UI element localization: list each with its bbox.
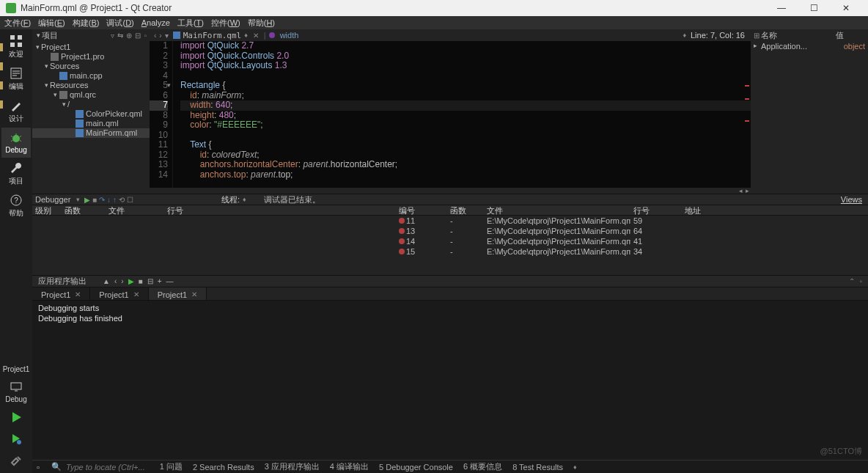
tree-sources[interactable]: ▾Sources bbox=[32, 62, 150, 71]
tree-mainform[interactable]: MainForm.qml bbox=[32, 128, 150, 138]
out-collapse-icon[interactable]: ⌃ bbox=[849, 277, 855, 285]
mode-debug[interactable]: Debug bbox=[1, 128, 31, 158]
tree-colorpicker[interactable]: ColorPicker.qml bbox=[32, 109, 150, 119]
build-button[interactable] bbox=[1, 451, 31, 473]
tree-maincpp[interactable]: main.cpp bbox=[32, 71, 150, 81]
mode-help[interactable]: ? 帮助 bbox=[1, 190, 31, 222]
history-icon[interactable]: ▾ bbox=[165, 32, 169, 40]
code-editor[interactable]: 1234 5678 9101112 1314 import QtQuick 2.… bbox=[150, 41, 751, 188]
step-out-icon[interactable]: ↑ bbox=[113, 196, 117, 204]
sb-appout[interactable]: 3 应用程序输出 bbox=[265, 461, 320, 472]
dropdown-icon[interactable]: ▾ bbox=[37, 32, 40, 39]
menu-help[interactable]: 帮助(H) bbox=[248, 18, 275, 29]
tree-qrc[interactable]: ▾qml.qrc bbox=[32, 90, 150, 100]
minimize-button[interactable]: — bbox=[765, 3, 798, 13]
filter-icon[interactable]: ▿ bbox=[111, 32, 114, 40]
symbol-crumb[interactable]: width bbox=[280, 31, 299, 40]
kit-project[interactable]: Project1 bbox=[1, 362, 31, 377]
tab-close-icon[interactable]: ✕ bbox=[75, 290, 81, 298]
tab-dropdown-icon[interactable]: ♦ bbox=[244, 32, 248, 39]
bp-row[interactable]: 15-E:\MyCode\qtproj\Project1\MainForm.qm… bbox=[396, 246, 868, 257]
tab-close-icon[interactable]: ✕ bbox=[191, 290, 197, 298]
out-remove-icon[interactable]: — bbox=[166, 277, 173, 285]
fold-icon[interactable]: ▾ bbox=[167, 81, 171, 91]
editor-content[interactable]: import QtQuick 2.7 import QtQuick.Contro… bbox=[173, 41, 751, 188]
close-button[interactable]: ✕ bbox=[830, 3, 862, 13]
sb-dbgconsole[interactable]: 5 Debugger Console bbox=[379, 463, 453, 472]
menu-debug[interactable]: 调试(D) bbox=[106, 18, 133, 29]
mode-welcome[interactable]: 欢迎 bbox=[1, 31, 31, 63]
locals-row[interactable]: ▸ Application... object bbox=[751, 41, 868, 51]
out-close-icon[interactable]: ▫ bbox=[859, 277, 862, 285]
sb-search[interactable]: 2 Search Results bbox=[193, 463, 254, 472]
out-run-icon[interactable]: ▶ bbox=[128, 277, 134, 285]
step-into-icon[interactable]: ↓ bbox=[107, 196, 111, 204]
output-pane[interactable]: Debugging starts Debugging has finished … bbox=[32, 301, 868, 460]
out-stop-icon[interactable]: ■ bbox=[139, 277, 143, 285]
split-icon[interactable]: ⊟ bbox=[135, 32, 141, 40]
tree-mainqml[interactable]: main.qml bbox=[32, 119, 150, 128]
out-add-icon[interactable]: + bbox=[158, 277, 162, 285]
maximize-button[interactable]: ☐ bbox=[798, 3, 830, 13]
run-button[interactable] bbox=[1, 407, 31, 429]
out-attach-icon[interactable]: ⊟ bbox=[147, 277, 153, 285]
out-next-icon[interactable]: › bbox=[121, 277, 123, 285]
debug-run-button[interactable] bbox=[1, 429, 31, 451]
tab-close-icon[interactable]: ✕ bbox=[133, 290, 139, 298]
line-col-indicator[interactable]: Line: 7, Col: 16 bbox=[691, 31, 751, 40]
debugger-dropdown-icon[interactable]: ▾ bbox=[76, 196, 80, 203]
tree-pro[interactable]: Project1.pro bbox=[32, 52, 150, 62]
project-tree[interactable]: ▾Project1 Project1.pro ▾Sources main.cpp… bbox=[32, 41, 150, 188]
sync-icon[interactable]: ⇆ bbox=[117, 32, 123, 40]
search-icon[interactable]: 🔍 bbox=[51, 462, 60, 472]
views-toggle[interactable]: Views bbox=[841, 195, 865, 204]
menu-edit[interactable]: 编辑(E) bbox=[38, 18, 65, 29]
out-prev-icon[interactable]: ‹ bbox=[114, 277, 117, 285]
restart-icon[interactable]: ⟲ bbox=[119, 196, 125, 204]
mode-design[interactable]: 设计 bbox=[1, 95, 31, 128]
stack-frames-table[interactable]: 级别 函数 文件 行号 bbox=[32, 205, 396, 275]
tree-root[interactable]: ▾Project1 bbox=[32, 43, 150, 52]
mode-projects[interactable]: 项目 bbox=[1, 158, 31, 190]
editor-tab-filename[interactable]: MainForm.qml bbox=[183, 31, 241, 40]
out-pin-icon[interactable]: ▲ bbox=[103, 277, 110, 285]
record-icon[interactable]: ☐ bbox=[127, 196, 133, 204]
tree-slash[interactable]: ▾/ bbox=[32, 100, 150, 109]
menu-file[interactable]: 文件(F) bbox=[4, 18, 31, 29]
menu-analyze[interactable]: Analyze bbox=[141, 18, 170, 27]
output-tab-1[interactable]: Project1✕ bbox=[32, 287, 90, 300]
thread-dropdown-icon[interactable]: ♦ bbox=[243, 196, 246, 203]
menu-tools[interactable]: 工具(T) bbox=[177, 18, 204, 29]
locator-input[interactable]: Type to locate (Ctrl+... bbox=[66, 463, 145, 472]
sb-issues[interactable]: 1 问题 bbox=[160, 461, 183, 472]
breakpoints-table[interactable]: 编号 函数 文件 行号 地址 11-E:\MyCode\qtproj\Proje… bbox=[396, 205, 868, 275]
forward-icon[interactable]: › bbox=[159, 32, 161, 40]
sb-compile[interactable]: 4 编译输出 bbox=[330, 461, 369, 472]
bp-row[interactable]: 11-E:\MyCode\qtproj\Project1\MainForm.qm… bbox=[396, 216, 868, 226]
expand-icon[interactable]: ▸ bbox=[754, 42, 761, 51]
output-scrollbar[interactable] bbox=[861, 301, 867, 460]
bp-row[interactable]: 14-E:\MyCode\qtproj\Project1\MainForm.qm… bbox=[396, 236, 868, 246]
rp-plus-icon[interactable]: ⊞ bbox=[754, 32, 761, 40]
editor-hscroll[interactable]: ◂ ▸ bbox=[32, 188, 868, 194]
bp-row[interactable]: 13-E:\MyCode\qtproj\Project1\MainForm.qm… bbox=[396, 226, 868, 236]
mode-edit[interactable]: 编辑 bbox=[1, 63, 31, 95]
menu-controls[interactable]: 控件(W) bbox=[211, 18, 240, 29]
back-icon[interactable]: ‹ bbox=[154, 32, 156, 40]
menu-build[interactable]: 构建(B) bbox=[73, 18, 100, 29]
kit-debug[interactable]: Debug bbox=[1, 377, 31, 407]
sb-tests[interactable]: 8 Test Results bbox=[512, 463, 563, 472]
stop-icon[interactable]: ■ bbox=[92, 196, 97, 204]
tree-resources[interactable]: ▾Resources bbox=[32, 81, 150, 90]
sb-toggle-up-icon[interactable]: ♦ bbox=[573, 463, 577, 471]
crumb-dropdown-icon[interactable]: ♦ bbox=[683, 32, 686, 39]
sb-general[interactable]: 6 概要信息 bbox=[463, 461, 502, 472]
close-pane-icon[interactable]: ▫ bbox=[144, 32, 147, 40]
step-over-icon[interactable]: ↷ bbox=[99, 196, 105, 204]
continue-icon[interactable]: ▶ bbox=[84, 196, 90, 204]
plus-icon[interactable]: ⊕ bbox=[126, 32, 132, 40]
output-tab-3[interactable]: Project1✕ bbox=[149, 287, 207, 300]
output-tab-2[interactable]: Project1✕ bbox=[90, 287, 148, 300]
tab-close-icon[interactable]: ✕ bbox=[251, 32, 261, 40]
sb-toggle-icon[interactable]: ▫ bbox=[37, 463, 45, 472]
